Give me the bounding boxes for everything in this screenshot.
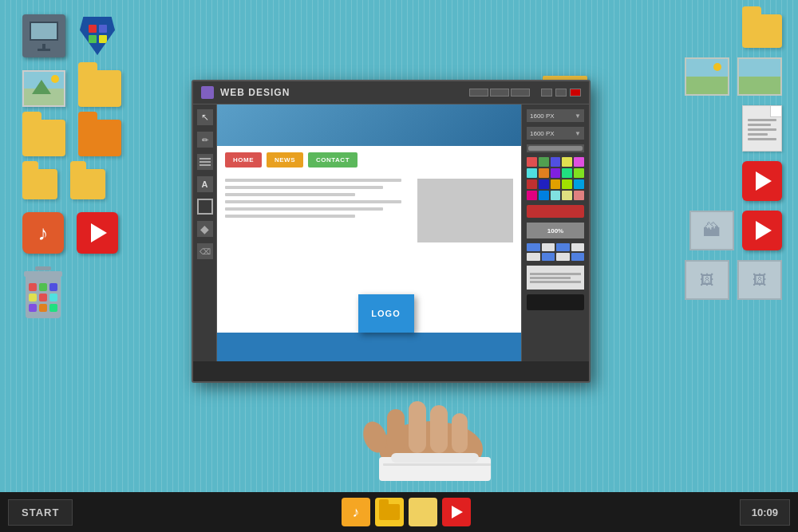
image-icon-1[interactable] [22, 70, 65, 107]
folder-icon-5[interactable] [70, 169, 105, 199]
taskbar-music-note: ♪ [353, 504, 360, 521]
color-red[interactable] [527, 157, 537, 167]
svg-rect-3 [430, 405, 448, 453]
right-doc-preview [527, 266, 584, 290]
editor-right-panel: 1600 PX ▼ 1600 PX ▼ [521, 104, 589, 361]
right-play-2[interactable] [742, 211, 782, 250]
color-lime[interactable] [574, 168, 584, 178]
color-amber[interactable] [551, 179, 561, 189]
color-cyan[interactable] [527, 168, 537, 178]
color-azure[interactable] [539, 191, 549, 200]
editor-toolbar: ↖ ✏ A ◆ ⌫ [193, 104, 217, 361]
color-purple[interactable] [551, 168, 561, 178]
nav-home[interactable]: HOME [225, 152, 262, 167]
nav-news[interactable]: NEWS [267, 152, 303, 167]
width-input[interactable]: 1600 PX ▼ [527, 109, 584, 122]
tool-pen[interactable]: ✏ [197, 132, 213, 148]
color-mint[interactable] [562, 168, 572, 178]
tool-arrow[interactable]: ↖ [197, 109, 213, 125]
color-light-red[interactable] [574, 191, 584, 200]
site-footer [217, 333, 521, 361]
icon-row-5: ♪ [22, 212, 121, 254]
play-triangle-3 [756, 221, 772, 240]
start-button[interactable]: START [8, 499, 73, 526]
tool-eraser[interactable]: ⌫ [197, 243, 213, 259]
window-icon [201, 86, 214, 99]
right-doc-1[interactable] [742, 105, 782, 152]
color-yellow[interactable] [562, 157, 572, 167]
color-dark-blue[interactable] [539, 179, 549, 189]
folder-icon-3[interactable] [78, 120, 121, 156]
height-value: 1600 PX [530, 130, 555, 137]
music-icon[interactable]: ♪ [22, 212, 64, 254]
scrollbar-area [527, 144, 584, 152]
taskbar-sticky-icon[interactable] [409, 498, 437, 526]
folder-icon-4[interactable] [22, 169, 57, 199]
color-light-yellow[interactable] [562, 191, 572, 200]
zoom-area: 100% [527, 223, 584, 238]
play-triangle-2 [756, 171, 772, 191]
right-row-1 [685, 14, 782, 48]
taskbar-play-icon[interactable] [442, 498, 471, 526]
window-controls [469, 89, 581, 97]
close-button[interactable] [570, 89, 581, 97]
height-arrow: ▼ [575, 130, 581, 137]
content-line-6 [225, 215, 355, 218]
color-yellow-green[interactable] [562, 179, 572, 189]
color-green[interactable] [539, 157, 549, 167]
right-folder-1[interactable] [742, 14, 782, 48]
color-pink[interactable] [527, 191, 537, 200]
minimize-button[interactable] [541, 89, 552, 97]
taskbar-folder-icon[interactable] [375, 498, 404, 526]
color-dark-red[interactable] [527, 179, 537, 189]
color-sky[interactable] [574, 179, 584, 189]
svg-rect-4 [452, 413, 468, 453]
tool-text[interactable]: A [197, 176, 213, 192]
icon-row-1 [22, 14, 121, 57]
svg-rect-7 [391, 453, 479, 463]
monitor-icon[interactable] [22, 14, 65, 57]
taskbar-play-triangle [452, 506, 463, 518]
content-line-5 [225, 207, 383, 211]
icon-row-4 [22, 169, 121, 199]
right-gray-1[interactable]: 🏔 [689, 211, 734, 250]
maximize-button[interactable] [555, 89, 567, 97]
desktop-icons-right: 🏔 🖼 🖼 [685, 14, 782, 300]
right-row-3 [685, 105, 782, 152]
shield-icon[interactable] [78, 15, 117, 57]
right-gray-3[interactable]: 🖼 [737, 260, 782, 300]
window-titlebar[interactable]: WEB DESIGN [193, 81, 589, 104]
svg-rect-1 [387, 409, 405, 453]
window-body: ↖ ✏ A ◆ ⌫ HOME NEWS CONTACT [193, 104, 589, 361]
tool-diamond[interactable]: ◆ [197, 221, 213, 237]
taskbar-music-icon[interactable]: ♪ [342, 498, 370, 526]
right-play-1[interactable] [742, 161, 782, 201]
content-text [225, 179, 411, 242]
music-note-symbol: ♪ [38, 221, 49, 246]
folder-icon-2[interactable] [22, 120, 65, 156]
play-icon-1[interactable] [77, 212, 118, 254]
right-image-1[interactable] [685, 57, 729, 96]
right-gray-2[interactable]: 🖼 [685, 260, 729, 300]
content-line-2 [225, 186, 383, 189]
color-light-cyan[interactable] [551, 191, 561, 200]
trash-icon[interactable] [22, 266, 64, 321]
hand-holding-logo [343, 361, 519, 484]
site-header [217, 104, 521, 146]
play-triangle-1 [91, 223, 107, 242]
tool-lines[interactable] [197, 154, 213, 170]
window-title: WEB DESIGN [220, 87, 290, 98]
right-image-2[interactable] [737, 57, 782, 96]
height-input[interactable]: 1600 PX ▼ [527, 127, 584, 140]
color-orange[interactable] [539, 168, 549, 178]
tool-rect[interactable] [197, 199, 213, 215]
folder-icon-1[interactable] [78, 70, 121, 107]
color-blue[interactable] [551, 157, 561, 167]
zoom-display[interactable]: 100% [527, 223, 584, 238]
right-row-2 [685, 57, 782, 96]
taskbar-icons: ♪ [342, 498, 471, 526]
nav-contact[interactable]: CONTACT [308, 152, 358, 167]
gray-image-symbol-2: 🖼 [753, 272, 767, 289]
color-magenta[interactable] [574, 157, 584, 167]
logo-card[interactable]: LOGO [358, 294, 414, 333]
